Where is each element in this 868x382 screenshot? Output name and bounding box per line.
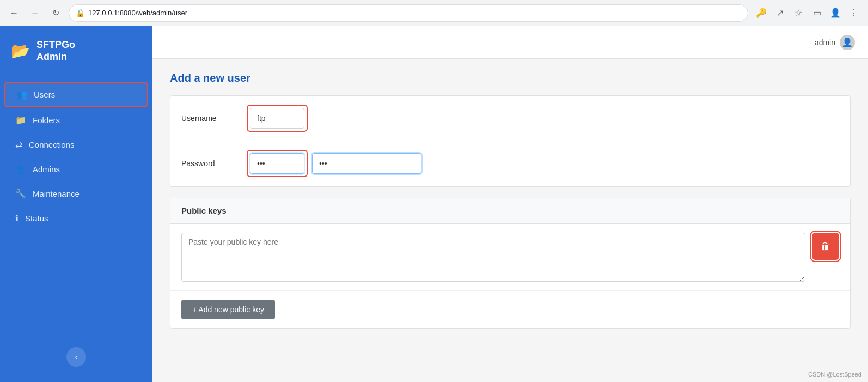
folders-icon: 📁 (15, 115, 26, 125)
browser-toolbar-icons: 🔑 ↗ ☆ ▭ 👤 ⋮ (754, 5, 861, 21)
sidebar-logo: 📂 SFTPGo Admin (0, 26, 152, 74)
public-keys-title: Public keys (181, 206, 227, 215)
admin-avatar: 👤 (840, 35, 855, 50)
sidebar-item-folders-label: Folders (33, 116, 60, 125)
star-icon[interactable]: ☆ (791, 5, 806, 21)
public-keys-section: Public keys 🗑 + Add new public key (170, 198, 851, 329)
sidebar-collapse-button[interactable]: ‹ (66, 347, 86, 367)
connections-icon: ⇄ (15, 140, 22, 150)
add-new-public-key-button[interactable]: + Add new public key (181, 300, 275, 319)
logo-folder-icon: 📂 (11, 42, 30, 60)
profile-icon[interactable]: 👤 (828, 5, 843, 21)
public-key-row: 🗑 (170, 224, 850, 291)
sidebar-item-status-label: Status (25, 214, 48, 223)
sidebar-item-status[interactable]: ℹ Status (4, 207, 148, 230)
avatar-icon: 👤 (842, 37, 853, 47)
user-form-section: Username Password (170, 95, 851, 187)
sidebar-item-maintenance[interactable]: 🔧 Maintenance (4, 182, 148, 205)
admins-icon: 👤 (15, 164, 26, 174)
lock-icon: 🔒 (76, 9, 85, 17)
back-button[interactable]: ← (7, 5, 22, 21)
sidebar-item-folders[interactable]: 📁 Folders (4, 108, 148, 132)
sidebar-nav: 👥 Users 📁 Folders ⇄ Connections 👤 Admins… (0, 74, 152, 341)
watermark: CSDN @LostSpeed (808, 371, 861, 378)
password-input-full[interactable] (312, 153, 421, 174)
username-label: Username (181, 114, 247, 123)
menu-icon[interactable]: ⋮ (846, 5, 861, 21)
window-icon[interactable]: ▭ (809, 5, 824, 21)
sidebar-item-connections[interactable]: ⇄ Connections (4, 133, 148, 156)
username-input-wrapper (247, 105, 308, 132)
admin-info: admin 👤 (815, 35, 855, 50)
sidebar-item-maintenance-label: Maintenance (33, 189, 80, 198)
top-header: admin 👤 (152, 26, 868, 59)
reload-button[interactable]: ↻ (48, 5, 63, 21)
app-container: 📂 SFTPGo Admin 👥 Users 📁 Folders ⇄ Conne… (0, 26, 868, 382)
collapse-icon: ‹ (75, 353, 78, 361)
delete-key-button[interactable]: 🗑 (812, 233, 839, 260)
main-content: admin 👤 Add a new user Username (152, 26, 868, 382)
content-area: Add a new user Username Password (152, 59, 868, 382)
address-bar[interactable]: 🔒 127.0.0.1:8080/web/admin/user (69, 4, 748, 22)
password-label: Password (181, 159, 247, 168)
key-icon[interactable]: 🔑 (754, 5, 769, 21)
sidebar-item-admins[interactable]: 👤 Admins (4, 157, 148, 181)
password-row: Password (170, 141, 850, 186)
status-icon: ℹ (15, 213, 19, 223)
sidebar-item-users-label: Users (34, 90, 55, 99)
sidebar-item-users[interactable]: 👥 Users (4, 82, 148, 107)
username-input[interactable] (250, 108, 304, 129)
browser-chrome: ← → ↻ 🔒 127.0.0.1:8080/web/admin/user 🔑 … (0, 0, 868, 26)
password-input[interactable] (250, 153, 304, 174)
public-keys-header: Public keys (170, 198, 850, 224)
logo-text: SFTPGo Admin (36, 39, 75, 63)
username-row: Username (170, 96, 850, 141)
sidebar: 📂 SFTPGo Admin 👥 Users 📁 Folders ⇄ Conne… (0, 26, 152, 382)
page-title: Add a new user (170, 72, 851, 84)
url-text: 127.0.0.1:8080/web/admin/user (88, 9, 187, 17)
add-key-row: + Add new public key (170, 291, 850, 328)
sidebar-item-admins-label: Admins (33, 165, 60, 174)
trash-icon: 🗑 (821, 241, 830, 252)
users-icon: 👥 (16, 89, 27, 100)
public-key-textarea[interactable] (181, 233, 805, 282)
sidebar-item-connections-label: Connections (29, 140, 74, 149)
admin-label: admin (815, 38, 835, 47)
forward-button[interactable]: → (27, 5, 42, 21)
maintenance-icon: 🔧 (15, 189, 26, 199)
share-icon[interactable]: ↗ (772, 5, 787, 21)
